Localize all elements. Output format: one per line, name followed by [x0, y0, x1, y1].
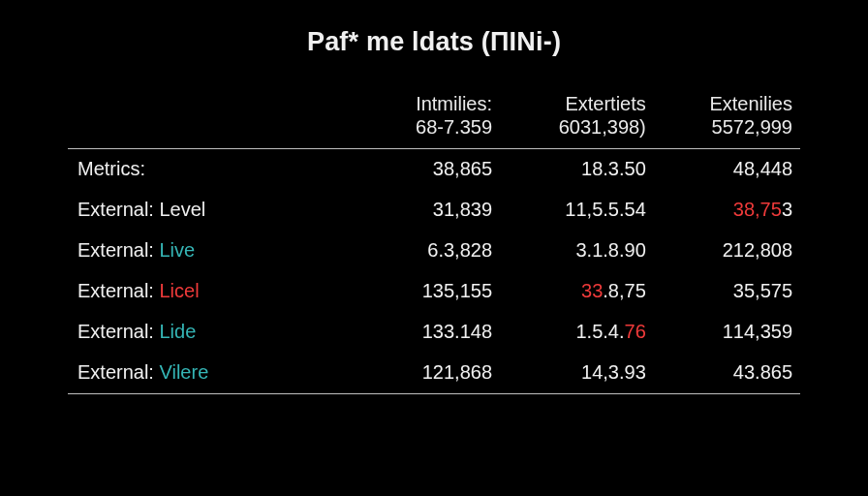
table-row: External: Vilere121,86814,3.9343.865 — [68, 353, 800, 394]
cell-value: 18.3.50 — [581, 158, 646, 179]
cell-value-part: 38,75 — [733, 199, 782, 220]
table-cell: 114,359 — [654, 312, 800, 353]
table-cell: 135,155 — [346, 271, 500, 312]
table-cell: 212,808 — [654, 231, 800, 271]
cell-value: 38,865 — [433, 158, 492, 179]
cell-value: 48,448 — [733, 158, 792, 179]
row-label-tag: Licel — [159, 280, 199, 301]
cell-value: 3.1.8.90 — [575, 239, 645, 261]
row-label-prefix: External: — [78, 321, 159, 342]
row-label-tag: Vilere — [159, 361, 208, 383]
row-label: Metrics: — [68, 149, 346, 191]
col-header-2-line2: 6031,398) — [508, 116, 646, 140]
table-body: Metrics:38,86518.3.5048,448External: Lev… — [68, 149, 800, 394]
table-cell: 1.5.4.76 — [500, 312, 654, 353]
table-head: Intmilies: 68-7.359 Extertiets 6031,398)… — [68, 84, 800, 149]
row-label-tag: Lide — [159, 321, 196, 342]
cell-value: 135,155 — [422, 280, 492, 301]
row-label-prefix: Metrics: — [78, 158, 145, 179]
cell-value: 121,868 — [422, 361, 492, 383]
cell-value: 35,575 — [733, 280, 792, 301]
data-table: Intmilies: 68-7.359 Extertiets 6031,398)… — [68, 84, 800, 394]
col-header-empty — [68, 84, 346, 149]
cell-value: 133.148 — [422, 321, 492, 342]
table-cell: 31,839 — [346, 190, 500, 231]
cell-value-part: 1.5.4. — [575, 321, 624, 342]
table-cell: 38,753 — [654, 190, 800, 231]
row-label-prefix: External: — [78, 361, 159, 383]
table-row: External: Level31,83911,5.5.5438,753 — [68, 190, 800, 231]
row-label: External: Vilere — [68, 353, 346, 394]
table-cell: 38,865 — [346, 149, 500, 191]
page-title: Paf* me ldats (ПINi-) — [68, 27, 800, 57]
cell-value: 114,359 — [723, 321, 792, 342]
table-cell: 35,575 — [654, 271, 800, 312]
cell-value: 14,3.93 — [581, 361, 646, 383]
table-cell: 18.3.50 — [500, 149, 654, 191]
cell-value-part: 33 — [581, 280, 603, 301]
cell-value: 6.3,828 — [427, 239, 492, 261]
row-label: External: Live — [68, 231, 346, 271]
table-cell: 133.148 — [346, 312, 500, 353]
col-header-2: Extertiets 6031,398) — [500, 84, 654, 149]
table-row: External: Lide133.1481.5.4.76114,359 — [68, 312, 800, 353]
cell-value: 31,839 — [433, 199, 492, 220]
table-cell: 3.1.8.90 — [500, 231, 654, 271]
table-cell: 121,868 — [346, 353, 500, 394]
col-header-1-line1: Intmilies: — [354, 93, 492, 116]
col-header-1: Intmilies: 68-7.359 — [346, 84, 500, 149]
cell-value-part: 3 — [782, 199, 792, 220]
table-row: Metrics:38,86518.3.5048,448 — [68, 149, 800, 191]
row-label-prefix: External: — [78, 280, 159, 301]
row-label-tag: Live — [159, 239, 195, 261]
page: Paf* me ldats (ПINi-) Intmilies: 68-7.35… — [0, 0, 868, 496]
table-cell: 11,5.5.54 — [500, 190, 654, 231]
col-header-3-line2: 5572,999 — [662, 116, 792, 140]
cell-value: 43.865 — [733, 361, 792, 383]
row-label: External: Lide — [68, 312, 346, 353]
table-cell: 48,448 — [654, 149, 800, 191]
table-row: External: Licel135,15533.8,7535,575 — [68, 271, 800, 312]
row-label: External: Level — [68, 190, 346, 231]
table-cell: 6.3,828 — [346, 231, 500, 271]
row-label-prefix: External: Level — [78, 199, 205, 220]
col-header-2-line1: Extertiets — [508, 93, 646, 116]
col-header-3: Extenilies 5572,999 — [654, 84, 800, 149]
cell-value-part: .8,75 — [603, 280, 645, 301]
col-header-3-line1: Extenilies — [662, 93, 792, 116]
table-cell: 43.865 — [654, 353, 800, 394]
table-cell: 14,3.93 — [500, 353, 654, 394]
cell-value-part: 76 — [625, 321, 646, 342]
cell-value: 212,808 — [723, 239, 792, 261]
cell-value: 11,5.5.54 — [565, 199, 645, 220]
col-header-1-line2: 68-7.359 — [354, 116, 492, 140]
table-cell: 33.8,75 — [500, 271, 654, 312]
table-row: External: Live6.3,8283.1.8.90212,808 — [68, 231, 800, 271]
row-label-prefix: External: — [78, 239, 159, 261]
row-label: External: Licel — [68, 271, 346, 312]
